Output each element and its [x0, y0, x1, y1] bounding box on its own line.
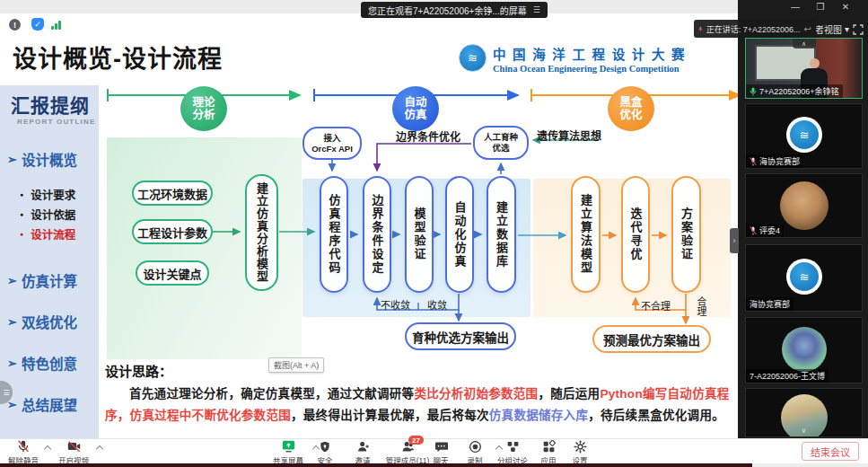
pill-design-keypoints: 设计关键点 — [136, 260, 209, 286]
video-tile-participant[interactable]: ≋ 海协竞赛部 — [745, 103, 863, 169]
outline-subitem-design-basis: ● 设计依据 — [20, 206, 75, 223]
pill-build-database: 建立数据库 — [487, 176, 516, 293]
competition-name-cn: 中 国 海 洋 工 程 设 计 大 赛 — [493, 44, 687, 63]
screen-bottom-edge — [0, 463, 752, 467]
pill-build-algorithm-model: 建立算法模型 — [571, 176, 601, 293]
members-icon: 27 — [400, 439, 415, 454]
stage-auto-simulation: 自动仿真 — [392, 86, 439, 131]
pill-manual-breeding: 人工育种优选 — [473, 126, 529, 160]
window-minimize-button[interactable]: — — [788, 2, 802, 12]
outline-item-design-overview: ➢ 设计概览 — [7, 149, 77, 169]
cartoon-avatar — [782, 327, 827, 372]
settings-button[interactable]: 设置 — [564, 439, 596, 465]
video-tile-participant[interactable]: ≋ 海协竞赛部 — [745, 244, 863, 312]
pill-boundary-setting: 边界条件设定 — [363, 176, 391, 293]
pill-auto-simulation: 自动化仿真 — [445, 176, 474, 293]
competition-logo-icon: ≋ — [459, 44, 487, 72]
outline-item-summary: ➢ 总结展望 — [7, 394, 77, 414]
meeting-info-icon[interactable]: ! — [9, 19, 21, 31]
record-icon — [469, 439, 482, 454]
notification-badge: 27 — [408, 436, 424, 445]
outline-title: 汇报提纲 — [11, 91, 90, 118]
video-tile-judge[interactable]: 评委4 — [745, 173, 863, 238]
microphone-muted-icon — [16, 439, 31, 454]
pill-scheme-validation: 方案验证 — [671, 176, 701, 293]
watching-banner-text: 您正在观看7+A22052006+余铮...的屏幕 — [368, 4, 527, 17]
outline-item-simulation: ➢ 仿真计算 — [7, 270, 77, 290]
org-logo-icon: ≋ — [790, 262, 819, 291]
video-tile-participant[interactable]: ∨ — [745, 388, 863, 437]
label-not-reasonable: 不合理 — [641, 298, 671, 313]
design-idea-title: 设计思路： — [105, 361, 172, 380]
view-mode-button[interactable]: 者视图 ▾ — [815, 22, 849, 36]
apps-button[interactable]: 应用 — [532, 439, 565, 465]
network-signal-icon[interactable] — [51, 20, 61, 30]
meeting-window: 您正在观看7+A22052006+余铮...的屏幕 ☰ ! ✓ 设计概览-设计流… — [0, 0, 868, 467]
item-arrow-icon: ➢ — [7, 153, 17, 166]
mic-on-icon — [750, 87, 757, 96]
label-not-converge: 不收敛 — [381, 297, 410, 312]
pill-iterative-search: 迭代寻优 — [621, 176, 650, 293]
label-genetic-algorithm: 遗传算法思想 — [537, 128, 601, 143]
competition-name-en: China Ocean Engineering Design Competiti… — [493, 64, 687, 74]
bullet-icon: ● — [20, 191, 23, 198]
window-close-button[interactable]: ✕ — [838, 2, 853, 12]
participant-label: 7+A22052006+余铮铭 — [746, 84, 843, 98]
apps-grid-icon — [542, 439, 556, 454]
pill-breeding-output: 育种优选方案输出 — [405, 322, 516, 350]
planet-avatar — [780, 181, 829, 230]
fullscreen-icon[interactable] — [853, 22, 864, 39]
record-button[interactable]: 录制 — [457, 439, 493, 465]
presenter-head — [810, 58, 820, 68]
start-video-button[interactable]: 开启视频 — [54, 439, 93, 465]
chat-button[interactable]: 聊天 — [425, 439, 457, 465]
report-outline-panel — [0, 85, 99, 438]
stage-blackbox-optimization: 黑盒优化 — [608, 86, 654, 131]
camera-off-icon — [66, 439, 82, 454]
banner-menu-icon[interactable]: ☰ — [533, 5, 540, 14]
outline-subitem-design-requirements: ● 设计要求 — [20, 186, 75, 203]
breakout-rooms-button[interactable]: 分组讨论 — [490, 439, 535, 465]
avatar: ≋ — [786, 259, 822, 295]
mic-muted-icon — [750, 157, 757, 166]
meeting-security-icon[interactable]: ✓ — [31, 18, 44, 31]
design-idea-paragraph: 首先通过理论分析，确定仿真模型，通过文献调研等类比分析初始参数范围，随后运用Py… — [105, 383, 732, 426]
speaking-toast-text: 正在讲话: 7+A22052006... — [706, 23, 801, 35]
participant-label: 评委4 — [746, 224, 784, 237]
mic-muted-icon — [750, 226, 757, 235]
share-screen-button[interactable]: 共享屏幕 — [267, 439, 310, 465]
watching-banner: 您正在观看7+A22052006+余铮...的屏幕 ☰ — [361, 2, 548, 18]
collapse-videos-caret[interactable]: ∧ — [793, 39, 816, 48]
speaking-toast: 正在讲话: 7+A22052006... ↩ — [694, 20, 816, 38]
screenshot-hotkey-tooltip: 截图(Alt + A) — [268, 357, 324, 373]
video-tile-presenter[interactable]: ∧ 7+A22052006+余铮铭 — [745, 38, 863, 99]
unmute-button[interactable]: 解除静音 — [4, 439, 43, 465]
video-tile-participant[interactable]: 7-A22052006-王文博 — [745, 317, 863, 383]
pill-predict-output: 预测最优方案输出 — [592, 325, 711, 353]
participant-label: 海协竞赛部 — [746, 297, 793, 311]
window-restore-button[interactable]: ❐ — [813, 2, 828, 12]
invite-button[interactable]: 邀请 — [346, 439, 379, 465]
bullet-icon: ● — [20, 211, 23, 217]
video-panel-collapse-handle[interactable]: › — [730, 228, 739, 253]
share-screen-icon — [281, 439, 296, 454]
avatar: ≋ — [786, 117, 822, 153]
security-shield-icon — [319, 439, 331, 454]
pill-environment-data: 工况环境数据 — [132, 181, 213, 206]
competition-logo: ≋ 中 国 海 洋 工 程 设 计 大 赛 China Ocean Engine… — [459, 44, 687, 74]
invite-person-icon — [356, 439, 370, 454]
stage-theory-analysis: 理论分析 — [180, 86, 227, 131]
participant-label: 7-A22052006-王文博 — [746, 369, 829, 383]
speaking-mic-icon — [698, 24, 703, 34]
breakout-squares-icon — [506, 439, 520, 454]
slide-title: 设计概览-设计流程 — [13, 40, 223, 75]
security-button[interactable]: 安全 — [309, 439, 341, 465]
scroll-more-caret[interactable]: ∨ — [802, 427, 807, 435]
outline-item-dual-optimization: ➢ 双线优化 — [7, 312, 77, 331]
end-meeting-button[interactable]: 结束会议 — [802, 442, 859, 461]
label-reasonable: 合理 — [696, 296, 706, 316]
org-logo-icon: ≋ — [790, 120, 819, 149]
gear-icon — [574, 439, 587, 454]
pill-simulation-code: 仿真程序代码 — [320, 176, 348, 293]
label-boundary-optimization: 边界条件优化 — [396, 128, 460, 144]
